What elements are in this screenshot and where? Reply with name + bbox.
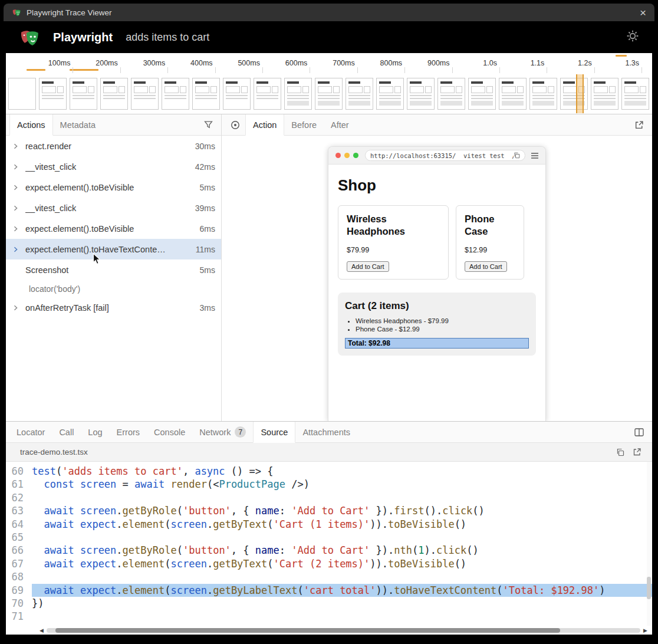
filter-icon[interactable]	[204, 114, 213, 135]
action-item[interactable]: expect.element().toBeVisible6ms	[6, 218, 221, 239]
timeline[interactable]: 100ms200ms300ms400ms500ms600ms700ms800ms…	[6, 53, 652, 114]
chevron-right-icon[interactable]	[13, 226, 22, 232]
tab-locator[interactable]: Locator	[9, 422, 52, 442]
add-to-cart-button[interactable]: Add to Cart	[347, 261, 389, 272]
chevron-right-icon[interactable]	[13, 164, 22, 170]
vertical-scrollbar[interactable]	[647, 462, 651, 626]
line-content: })	[32, 597, 652, 610]
tab-log[interactable]: Log	[81, 422, 109, 442]
timeline-tick: 1.3s	[595, 53, 642, 73]
playwright-logo	[19, 27, 40, 48]
action-item[interactable]: react.render30ms	[6, 136, 221, 156]
tab-label: Before	[291, 120, 317, 130]
filmstrip-frame[interactable]	[70, 78, 97, 110]
action-item[interactable]: expect.element().toBeVisible5ms	[6, 177, 221, 198]
tab-before[interactable]: Before	[284, 114, 324, 135]
trace-viewer-window: Playwright Trace Viewer × Playwright add…	[0, 0, 658, 644]
filmstrip-frame[interactable]	[192, 78, 220, 110]
product-price: $79.99	[347, 246, 440, 254]
tab-metadata[interactable]: Metadata	[53, 114, 103, 135]
filmstrip-frame[interactable]	[100, 78, 128, 110]
action-duration: 6ms	[200, 224, 215, 234]
code-line: 64 await expect.element(screen.getByText…	[6, 518, 652, 531]
filmstrip-frame[interactable]	[131, 78, 159, 110]
tab-call[interactable]: Call	[52, 422, 81, 442]
browser-snapshot: http://localhost:63315/__vitest_test__/?…	[328, 146, 546, 421]
details-panel: LocatorCallLogErrorsConsoleNetwork7Sourc…	[6, 421, 652, 635]
action-item[interactable]: expect.element().toHaveTextConte…11ms	[6, 239, 221, 259]
open-external-icon[interactable]	[634, 114, 644, 135]
filmstrip-frame[interactable]	[407, 78, 435, 110]
action-item[interactable]: __vitest_click42ms	[6, 156, 221, 177]
filmstrip-frame[interactable]	[162, 78, 189, 110]
actions-panel: ActionsMetadata react.render30ms__vitest…	[6, 114, 222, 421]
filmstrip-frame[interactable]	[591, 78, 618, 110]
add-to-cart-button[interactable]: Add to Cart	[465, 261, 507, 272]
filmstrip-frame[interactable]	[223, 78, 251, 110]
action-item[interactable]: Screenshot5ms	[6, 259, 221, 280]
tab-errors[interactable]: Errors	[110, 422, 147, 442]
filmstrip-frame[interactable]	[39, 78, 67, 110]
code-lines: 60test('adds items to cart', async () =>…	[6, 465, 652, 623]
line-content	[32, 570, 652, 583]
filmstrip-frame[interactable]	[315, 78, 343, 110]
menu-hamburger-icon[interactable]	[531, 152, 539, 159]
tab-action[interactable]: Action	[245, 114, 284, 136]
traffic-light-green-icon	[353, 153, 358, 158]
titlebar: Playwright Trace Viewer ×	[4, 4, 654, 21]
chevron-right-icon[interactable]	[13, 205, 22, 211]
filmstrip-frame[interactable]	[468, 78, 496, 110]
tab-actions[interactable]: Actions	[9, 114, 53, 136]
timeline-selection-band[interactable]	[576, 74, 584, 113]
scrollbar-thumb[interactable]	[55, 628, 560, 633]
filmstrip-frame[interactable]	[560, 78, 588, 110]
snapshot-tabbar: ActionBeforeAfter	[222, 114, 652, 136]
filmstrip-frame[interactable]	[621, 78, 649, 110]
scroll-left-icon[interactable]: ◀	[40, 628, 44, 633]
filmstrip-frame[interactable]	[376, 78, 404, 110]
tab-attachments[interactable]: Attachments	[295, 422, 357, 442]
tab-network[interactable]: Network7	[192, 422, 253, 442]
filmstrip-frame[interactable]	[284, 78, 312, 110]
product-name: Wireless Headphones	[347, 213, 440, 238]
copy-url-icon[interactable]	[514, 152, 520, 159]
action-detail-row[interactable]: locator('body')	[6, 280, 221, 297]
timeline-tick: 100ms	[26, 53, 73, 73]
open-source-external-icon[interactable]	[633, 448, 641, 456]
action-item[interactable]: __vitest_click39ms	[6, 198, 221, 218]
horizontal-scrollbar[interactable]: ◀ ▶	[40, 626, 647, 635]
tab-after[interactable]: After	[324, 114, 356, 135]
filmstrip-frame[interactable]	[346, 78, 373, 110]
filmstrip-frame[interactable]	[529, 78, 557, 110]
tab-console[interactable]: Console	[147, 422, 192, 442]
tab-label: Locator	[17, 428, 45, 437]
chevron-right-icon[interactable]	[13, 247, 22, 252]
chevron-right-icon[interactable]	[13, 185, 22, 190]
split-view-icon[interactable]	[634, 422, 644, 442]
code-line: 63 await screen.getByRole('button', { na…	[6, 504, 652, 517]
chevron-right-icon[interactable]	[13, 305, 22, 311]
pick-locator-icon[interactable]	[230, 114, 241, 135]
cart-total-highlighted: Total: $92.98	[345, 338, 529, 349]
line-content	[32, 531, 652, 544]
scroll-right-icon[interactable]: ▶	[643, 628, 647, 633]
action-item[interactable]: onAfterRetryTask [fail]3ms	[6, 297, 221, 318]
filmstrip-frame[interactable]	[8, 78, 36, 110]
settings-gear-icon[interactable]	[626, 29, 639, 45]
line-number: 60	[6, 465, 32, 478]
filmstrip-frame[interactable]	[437, 78, 465, 110]
cart-title: Cart (2 items)	[345, 300, 529, 312]
copy-source-icon[interactable]	[616, 448, 624, 456]
close-icon[interactable]: ×	[640, 7, 646, 18]
vertical-scrollbar-thumb[interactable]	[647, 577, 651, 599]
filmstrip-frame[interactable]	[254, 78, 281, 110]
actions-tabbar: ActionsMetadata	[6, 114, 221, 136]
filmstrip[interactable]	[6, 73, 652, 114]
chevron-right-icon[interactable]	[13, 143, 22, 149]
filmstrip-frame[interactable]	[499, 78, 527, 110]
address-bar[interactable]: http://localhost:63315/__vitest_test__/?…	[365, 150, 525, 161]
timeline-tick: 800ms	[358, 53, 405, 73]
scrollbar-track[interactable]	[47, 628, 640, 633]
tab-source[interactable]: Source	[253, 422, 295, 443]
code-line: 70})	[6, 597, 652, 610]
